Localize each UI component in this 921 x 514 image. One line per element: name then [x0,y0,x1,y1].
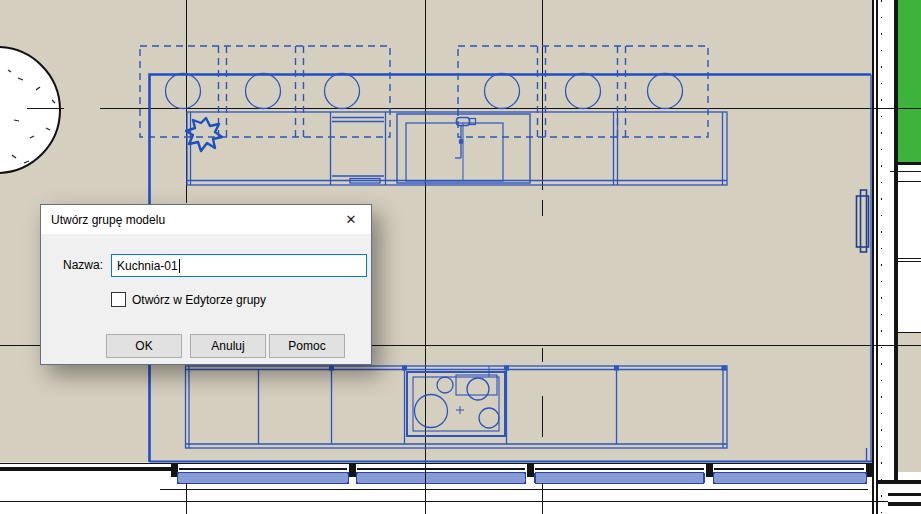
terrain-green[interactable] [897,0,921,165]
name-label: Nazwa: [63,258,103,272]
dialog-title: Utwórz grupę modelu [41,213,331,227]
cancel-button[interactable]: Anuluj [190,334,266,358]
create-model-group-dialog: Utwórz grupę modelu ✕ Nazwa: Kuchnia-01 … [40,204,372,365]
open-in-editor-row: Otwórz w Edytorze grupy [111,292,266,307]
open-in-editor-label: Otwórz w Edytorze grupy [132,293,266,307]
window-panels[interactable] [178,473,867,484]
text-caret [179,259,180,273]
dialog-buttons: OK Anuluj Pomoc [41,334,371,357]
group-name-value: Kuchnia-01 [117,259,178,273]
dialog-titlebar[interactable]: Utwórz grupę modelu ✕ [41,205,371,234]
application-viewport: Utwórz grupę modelu ✕ Nazwa: Kuchnia-01 … [0,0,921,514]
adjacent-room-floor [898,332,921,472]
open-in-editor-checkbox[interactable] [111,292,126,307]
close-icon[interactable]: ✕ [331,205,371,234]
help-button[interactable]: Pomoc [269,334,345,358]
ok-button[interactable]: OK [106,334,182,358]
group-name-input[interactable]: Kuchnia-01 [111,254,367,277]
